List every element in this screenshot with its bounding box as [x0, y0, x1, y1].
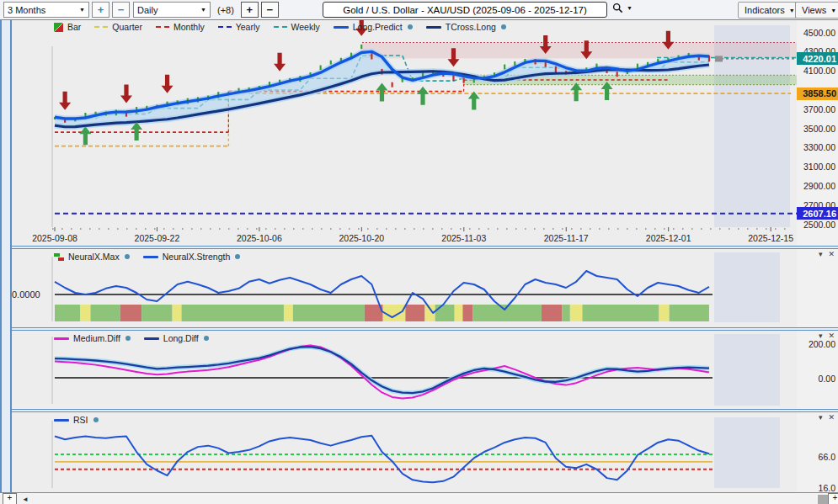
info-dot-icon[interactable] — [501, 24, 506, 29]
chart-overlays: 0.0000 2025-09-082025-09-222025-10-06202… — [0, 0, 838, 504]
legend-rsi: RSI — [54, 415, 99, 425]
legend-item-monthly[interactable]: Monthly — [156, 22, 205, 32]
legend-item-long-predict[interactable]: Long.Predict — [334, 22, 413, 32]
range-select[interactable]: 3 Months ▼ — [3, 2, 89, 18]
info-dot-icon[interactable] — [204, 336, 209, 341]
chevron-down-icon: ▼ — [200, 7, 206, 13]
legend-label: Bar — [67, 22, 81, 32]
legend-item-neuralx-max[interactable]: NeuralX.Max — [54, 252, 130, 262]
price-tag: 3858.50 — [797, 88, 838, 100]
scroll-add-right-button[interactable]: + — [828, 493, 838, 504]
period-select-value: Daily — [137, 5, 157, 15]
info-dot-icon[interactable] — [125, 254, 130, 259]
scroll-add-left-button[interactable]: + — [3, 493, 17, 504]
chevron-down-icon: ▼ — [789, 8, 795, 13]
x-axis-label: 2025-11-03 — [441, 233, 486, 243]
pane-collapse-icon[interactable]: ▾ — [819, 332, 823, 340]
line-series-icon — [334, 26, 349, 29]
dashed-line-icon — [274, 26, 287, 28]
symbol-search[interactable]: ▼ — [612, 3, 633, 13]
legend-item-long-diff[interactable]: Long.Diff — [144, 333, 209, 343]
rsi-axis-label: 66.0 — [798, 452, 835, 462]
add-bars-button[interactable]: + — [241, 2, 259, 18]
x-axis-label: 2025-12-01 — [646, 233, 691, 243]
price-axis-label: 4500.00 — [798, 28, 835, 38]
line-series-icon — [54, 337, 69, 340]
legend-item-weekly[interactable]: Weekly — [274, 22, 320, 32]
remove-bars-button[interactable]: − — [261, 2, 279, 18]
x-axis-label: 2025-10-20 — [339, 233, 384, 243]
dashed-line-icon — [218, 26, 232, 28]
toolbar: 3 Months ▼ + − Daily ▼ (+8) + − Gold / U… — [0, 0, 838, 20]
info-dot-icon[interactable] — [235, 254, 240, 259]
legend-label: Quarter — [112, 22, 142, 32]
pane-controls: ▾✕ — [819, 413, 835, 422]
legend-item-yearly[interactable]: Yearly — [218, 22, 260, 32]
zoom-out-button[interactable]: − — [112, 2, 130, 18]
pane-close-icon[interactable]: ✕ — [829, 250, 835, 258]
legend-label: Yearly — [236, 22, 260, 32]
pane-controls: ▾✕ — [819, 332, 835, 340]
bar-series-icon — [54, 23, 63, 32]
search-icon — [612, 3, 623, 13]
legend-neuralx: NeuralX.MaxNeuralX.Strength — [54, 252, 240, 262]
neuralx-zero-label: 0.0000 — [12, 289, 40, 300]
legend-label: Weekly — [291, 22, 320, 32]
scroll-left-icon[interactable]: ◄ — [22, 496, 29, 503]
line-series-icon — [54, 419, 69, 422]
price-axis-label: 2500.00 — [798, 220, 835, 230]
x-axis-label: 2025-09-08 — [32, 233, 77, 243]
line-series-icon — [426, 26, 441, 29]
pane-controls: ▾✕ — [819, 250, 835, 258]
symbol-title-input[interactable]: Gold / U.S. Dollar - XAU/USD (2025-09-06… — [323, 2, 607, 18]
range-select-value: 3 Months — [8, 5, 45, 15]
legend-label: NeuralX.Strength — [163, 252, 231, 262]
chevron-down-icon: ▼ — [79, 7, 85, 13]
legend-item-tcross-long[interactable]: TCross.Long — [426, 22, 506, 32]
dashed-line-icon — [94, 26, 108, 28]
line-series-icon — [144, 337, 159, 340]
legend-label: Long.Diff — [163, 333, 199, 343]
price-tag: 2607.16 — [797, 207, 838, 220]
legend-diff: Medium.DiffLong.Diff — [54, 333, 209, 343]
zoom-in-button[interactable]: + — [92, 2, 109, 18]
x-axis-label: 2025-12-15 — [748, 233, 793, 243]
added-indicator-count: (+8) — [217, 5, 234, 15]
price-axis-label: 3500.00 — [798, 124, 835, 134]
legend-label: Long.Predict — [353, 22, 403, 32]
dashed-line-icon — [156, 26, 169, 28]
legend-label: RSI — [73, 415, 88, 425]
price-axis-label: 3100.00 — [798, 162, 835, 172]
legend-label: Medium.Diff — [73, 333, 120, 343]
pane-close-icon[interactable]: ✕ — [829, 332, 835, 340]
legend-label: Monthly — [173, 22, 205, 32]
pane-close-icon[interactable]: ✕ — [829, 413, 835, 422]
legend-item-quarter[interactable]: Quarter — [94, 22, 142, 32]
legend-item-medium-diff[interactable]: Medium.Diff — [54, 333, 131, 343]
chevron-down-icon: ▼ — [830, 8, 836, 13]
legend-price: BarQuarterMonthlyYearlyWeeklyLong.Predic… — [54, 22, 506, 32]
legend-item-bar[interactable]: Bar — [54, 22, 81, 32]
chevron-down-icon: ▼ — [627, 5, 633, 11]
price-axis-label: 2900.00 — [798, 181, 835, 191]
legend-item-neuralx-strength[interactable]: NeuralX.Strength — [143, 252, 241, 262]
scrollbar-track[interactable] — [29, 494, 838, 504]
indicators-button[interactable]: Indicators ▼ — [738, 2, 802, 19]
diff-axis-label: 0.00 — [798, 374, 835, 384]
info-dot-icon[interactable] — [125, 336, 131, 341]
pane-collapse-icon[interactable]: ▾ — [819, 250, 823, 258]
rsi-axis-label: 16.0 — [798, 483, 835, 493]
period-select[interactable]: Daily ▼ — [133, 2, 211, 18]
views-button[interactable]: Views ▼ — [795, 2, 838, 19]
x-axis-label: 2025-11-17 — [544, 233, 589, 243]
indicators-button-label: Indicators — [745, 5, 785, 15]
info-dot-icon[interactable] — [93, 417, 99, 422]
line-series-icon — [143, 256, 158, 258]
legend-item-rsi[interactable]: RSI — [54, 415, 99, 425]
price-axis-label: 3300.00 — [798, 142, 835, 152]
trading-app-window: 3 Months ▼ + − Daily ▼ (+8) + − Gold / U… — [0, 0, 838, 504]
legend-label: NeuralX.Max — [68, 252, 120, 262]
x-axis-label: 2025-09-22 — [135, 233, 180, 243]
info-dot-icon[interactable] — [408, 24, 413, 29]
pane-collapse-icon[interactable]: ▾ — [819, 413, 823, 422]
